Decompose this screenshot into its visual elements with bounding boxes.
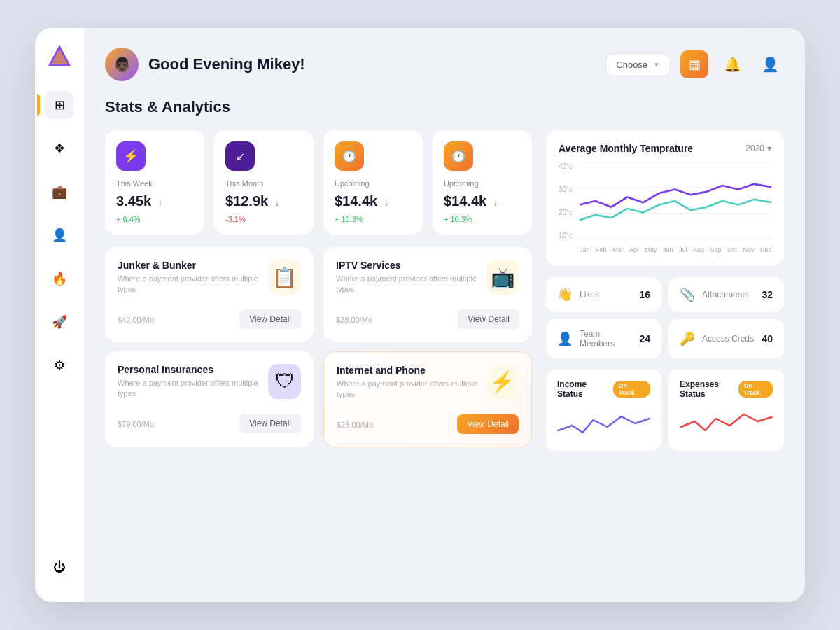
sidebar-bottom: ⏻: [46, 553, 74, 588]
logo[interactable]: [46, 42, 74, 70]
income-badge: On Track: [613, 381, 650, 398]
stat-icon-2: 🕐: [335, 141, 364, 171]
service-header-0: Junker & Bunker Where a payment provider…: [118, 260, 301, 295]
service-icon-2: 🛡: [268, 364, 301, 399]
stat-value-0: 3.45k ↑: [116, 193, 193, 209]
layout-button[interactable]: ▦: [680, 50, 708, 78]
service-price-1: $28,00/Mo: [336, 313, 372, 326]
briefcase-icon: 💼: [52, 184, 67, 200]
settings-icon: ⚙: [54, 358, 65, 373]
view-detail-btn-0[interactable]: View Detail: [239, 309, 301, 329]
expenses-mini-chart: [680, 406, 773, 441]
app-container: ⊞ ❖ 💼 👤 🔥 🚀 ⚙ ⏻: [35, 28, 805, 602]
chart-area: 40°c 30°c 20°c 10°c: [559, 162, 771, 253]
stat-change-1: -3.1%: [225, 215, 302, 223]
service-desc-1: Where a payment provider offers multiple…: [336, 274, 486, 295]
service-icon-1: 📺: [486, 260, 519, 295]
temperature-chart-card: Average Monthly Temprature 2020 ▾ 40°c 3…: [546, 130, 784, 266]
sidebar-item-fire[interactable]: 🔥: [46, 265, 74, 293]
content-grid: ⚡ This Week 3.45k ↑ + 6.4% ↙: [105, 130, 784, 582]
service-desc-0: Where a payment provider offers multiple…: [118, 274, 268, 295]
income-card-header: Income Status On Track: [557, 379, 650, 399]
team-icon: 👤: [557, 331, 573, 346]
notification-button[interactable]: 🔔: [718, 50, 746, 78]
mini-stat-team: 👤 Team Members 24: [546, 319, 662, 358]
chart-dropdown-icon[interactable]: ▾: [767, 144, 771, 153]
stat-card-0: ⚡ This Week 3.45k ↑ + 6.4%: [105, 130, 204, 234]
income-title: Income Status: [557, 379, 613, 399]
chart-header: Average Monthly Temprature 2020 ▾: [559, 143, 771, 154]
sidebar-item-dashboard[interactable]: ⊞: [46, 91, 74, 119]
service-header-1: IPTV Services Where a payment provider o…: [336, 260, 519, 295]
key-icon: 🔑: [680, 331, 695, 346]
layout-icon: ▦: [689, 57, 701, 72]
attachments-icon: 📎: [680, 287, 695, 302]
expenses-status-card: Expenses Status On Track: [668, 370, 784, 451]
service-desc-2: Where a payment provider offers multiple…: [118, 378, 268, 400]
stat-card-3: 🕐 Upcoming $14.4k ↓ + 10.3%: [433, 130, 532, 234]
service-icon-0: 📋: [268, 260, 301, 295]
access-creds-label: Access Creds: [702, 334, 755, 344]
choose-label: Choose: [616, 59, 648, 70]
attachments-value: 32: [762, 289, 773, 300]
sidebar-item-briefcase[interactable]: 💼: [46, 178, 74, 206]
service-card-2: Personal Insurances Where a payment prov…: [105, 351, 314, 447]
stat-change-2: + 10.3%: [335, 215, 412, 223]
choose-dropdown[interactable]: Choose ▼: [606, 53, 671, 76]
sidebar-nav: ⊞ ❖ 💼 👤 🔥 🚀 ⚙: [46, 91, 74, 553]
status-cards-row: Income Status On Track Expenses Status: [546, 370, 784, 451]
sidebar-item-user[interactable]: 👤: [46, 221, 74, 249]
stat-label-3: Upcoming: [444, 179, 521, 188]
mini-stat-likes: 👋 Likes 16: [546, 277, 662, 312]
stat-icon-1: ↙: [225, 141, 255, 171]
view-detail-btn-1[interactable]: View Detail: [458, 309, 519, 329]
fire-icon: 🔥: [52, 271, 67, 286]
chart-year: 2020 ▾: [746, 144, 771, 153]
sidebar-item-apps[interactable]: ❖: [46, 134, 74, 162]
stat-value-1: $12.9k ↓: [225, 193, 302, 209]
service-price-0: $42,00/Mo: [118, 313, 154, 326]
sidebar-item-power[interactable]: ⏻: [46, 553, 74, 581]
left-column: ⚡ This Week 3.45k ↑ + 6.4% ↙: [105, 130, 532, 582]
view-detail-btn-3[interactable]: View Detail: [457, 414, 519, 434]
likes-value: 16: [639, 289, 650, 300]
stat-card-2: 🕐 Upcoming $14.4k ↓ + 10.3%: [323, 130, 423, 234]
sidebar: ⊞ ❖ 💼 👤 🔥 🚀 ⚙ ⏻: [35, 28, 84, 602]
service-icon-3: ⚡: [486, 365, 519, 400]
attachments-label: Attachments: [702, 290, 755, 300]
stat-icon-3: 🕐: [444, 141, 473, 171]
likes-label: Likes: [580, 290, 632, 300]
team-label: Team Members: [580, 329, 632, 349]
stat-change-3: + 10.3%: [444, 215, 521, 223]
income-mini-chart: [557, 406, 650, 441]
stat-change-0: + 6.4%: [116, 215, 193, 223]
service-price-2: $79,00/Mo: [118, 417, 154, 430]
likes-icon: 👋: [557, 287, 573, 302]
dashboard-icon: ⊞: [55, 97, 65, 113]
mini-stats-grid: 👋 Likes 16 📎 Attachments 32 👤 Team Membe…: [546, 277, 784, 358]
sidebar-item-settings[interactable]: ⚙: [46, 351, 74, 379]
profile-button[interactable]: 👤: [756, 50, 784, 78]
stat-label-2: Upcoming: [335, 179, 412, 188]
service-footer-2: $79,00/Mo View Detail: [118, 414, 301, 433]
service-header-2: Personal Insurances Where a payment prov…: [118, 364, 301, 400]
chart-x-labels: Jan Feb Mar Apr May Jun Jul Aug Sep Oct …: [580, 246, 771, 253]
profile-icon: 👤: [762, 56, 779, 73]
rocket-icon: 🚀: [52, 314, 67, 330]
service-desc-3: Where a payment provider offers multiple…: [337, 379, 486, 400]
view-detail-btn-2[interactable]: View Detail: [239, 414, 301, 433]
greeting: Good Evening Mikey!: [148, 55, 305, 74]
apps-icon: ❖: [54, 141, 65, 156]
team-value: 24: [639, 333, 650, 344]
service-name-1: IPTV Services: [336, 260, 486, 271]
sidebar-item-rocket[interactable]: 🚀: [46, 308, 74, 336]
avatar: 👨🏿: [105, 48, 139, 81]
user-icon: 👤: [52, 227, 67, 243]
service-footer-3: $28,00/Mo View Detail: [337, 414, 519, 434]
service-footer-0: $42,00/Mo View Detail: [118, 309, 301, 329]
stat-icon-0: ⚡: [116, 141, 146, 171]
service-card-0: Junker & Bunker Where a payment provider…: [105, 247, 314, 342]
service-name-3: Internet and Phone: [337, 365, 486, 376]
right-column: Average Monthly Temprature 2020 ▾ 40°c 3…: [546, 130, 784, 582]
header-right: Choose ▼ ▦ 🔔 👤: [606, 50, 784, 78]
